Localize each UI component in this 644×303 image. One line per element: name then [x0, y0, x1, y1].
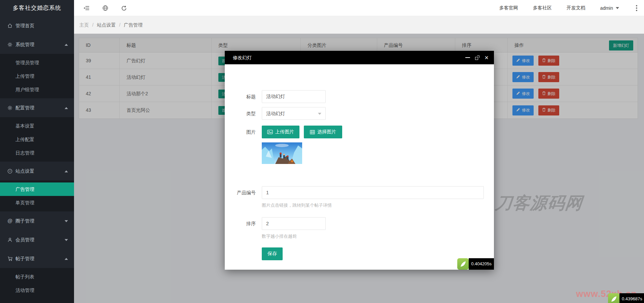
minimize-icon[interactable]: [465, 57, 470, 58]
breadcrumb-separator: /: [119, 22, 120, 28]
title-field-label: 标题: [225, 90, 256, 103]
modal-debug-time: 0.404205s: [469, 258, 494, 270]
sidebar-submenu: 管理员管理上传管理用户组管理: [0, 54, 74, 98]
topbar-links: 多客官网多客社区开发文档: [499, 5, 585, 11]
more-options-icon[interactable]: [636, 7, 637, 9]
type-select[interactable]: 活动幻灯: [262, 107, 326, 120]
thinkphp-logo-icon: [457, 258, 469, 270]
sidebar-submenu: 帖子列表活动管理: [0, 268, 74, 299]
breadcrumb-separator: /: [92, 22, 94, 28]
sidebar-subitem-3[interactable]: 上传管理: [0, 69, 74, 83]
sidebar-subitem-2[interactable]: 管理员管理: [0, 56, 74, 69]
choose-image-button[interactable]: 选择图片: [304, 126, 342, 138]
at-icon: @: [7, 211, 12, 230]
chevron-down-icon: [616, 7, 619, 9]
edit-slide-modal: 修改幻灯 × 标题 类型 活动幻灯 图片 上传图片 选择图片: [225, 51, 494, 270]
topbar: 多客官网多客社区开发文档 admin: [74, 0, 644, 16]
sidebar-subitem-8[interactable]: 日志管理: [0, 146, 74, 160]
user-menu[interactable]: admin: [600, 5, 619, 11]
image-field-label: 图片: [225, 126, 256, 138]
save-button[interactable]: 保存: [262, 247, 283, 260]
modal-title: 修改幻灯: [225, 51, 494, 64]
sidebar: 多客社交婚恋系统 管理首页系统管理管理员管理上传管理用户组管理配置管理基本设置上…: [0, 0, 74, 303]
sidebar-item-0[interactable]: 管理首页: [0, 16, 74, 35]
product-hint: 图片点击链接，跳转到某个帖子详情: [262, 202, 332, 208]
topbar-link[interactable]: 多客官网: [499, 5, 518, 11]
picture-icon: [267, 130, 273, 134]
page-debug-badge: 0.439687s: [608, 293, 644, 303]
sidebar-subitem-15[interactable]: 帖子列表: [0, 270, 74, 283]
sidebar-submenu: 广告管理单页管理: [0, 180, 74, 211]
title-input[interactable]: [262, 90, 326, 103]
page-debug-time: 0.439687s: [619, 293, 644, 303]
modal-controls: ×: [465, 51, 489, 64]
chevron-down-icon: [65, 220, 68, 222]
modal-body: 标题 类型 活动幻灯 图片 上传图片 选择图片: [225, 64, 494, 270]
chevron-down-icon: [318, 113, 321, 115]
sort-input[interactable]: [262, 217, 326, 230]
chevron-up-icon: [65, 170, 68, 172]
chevron-up-icon: [65, 107, 68, 109]
refresh-icon[interactable]: [121, 5, 127, 11]
sidebar-group-14[interactable]: 帖子管理: [0, 249, 74, 268]
gear-icon: [7, 35, 12, 54]
type-select-value: 活动幻灯: [266, 111, 285, 116]
sidebar-subitem-7[interactable]: 上传配置: [0, 133, 74, 146]
topbar-right: 多客官网多客社区开发文档 admin: [499, 0, 637, 16]
sidebar-subitem-6[interactable]: 基本设置: [0, 119, 74, 133]
breadcrumb-item[interactable]: 主页: [79, 22, 89, 28]
sidebar-menu: 管理首页系统管理管理员管理上传管理用户组管理配置管理基本设置上传配置日志管理站点…: [0, 16, 74, 303]
topbar-left: [83, 0, 127, 16]
product-field-label: 产品编号: [225, 186, 256, 199]
sidebar-subitem-10[interactable]: 广告管理: [0, 182, 74, 196]
modal-header: 修改幻灯 ×: [225, 51, 494, 64]
sidebar-group-5[interactable]: 配置管理: [0, 98, 74, 117]
type-field-label: 类型: [225, 107, 256, 120]
product-input[interactable]: [262, 186, 484, 199]
modal-debug-badge: 0.404205s: [457, 258, 494, 270]
cart-icon: [7, 249, 13, 268]
grid-icon: [310, 130, 315, 134]
chevron-down-icon: [65, 239, 68, 241]
sidebar-group-1[interactable]: 系统管理: [0, 35, 74, 54]
app-title: 多客社交婚恋系统: [0, 0, 74, 16]
breadcrumb: 主页/站点设置/广告管理: [74, 16, 644, 34]
chevron-up-icon: [65, 44, 68, 46]
sidebar-group-13[interactable]: 会员管理: [0, 230, 74, 249]
slide-image-preview[interactable]: [262, 142, 302, 164]
sidebar-group-9[interactable]: 站点设置: [0, 162, 74, 180]
close-icon[interactable]: ×: [485, 54, 489, 61]
collapse-menu-icon[interactable]: [83, 6, 90, 10]
breadcrumb-item[interactable]: 广告管理: [124, 22, 143, 28]
home-icon: [7, 16, 12, 35]
sidebar-subitem-16[interactable]: 活动管理: [0, 283, 74, 297]
chevron-up-icon: [65, 258, 68, 260]
site-icon: [7, 162, 12, 180]
sidebar-submenu: 基本设置上传配置日志管理: [0, 117, 74, 162]
gear-icon: [7, 98, 12, 117]
sort-field-label: 排序: [225, 217, 256, 230]
upload-image-button[interactable]: 上传图片: [262, 126, 299, 138]
site-watermark: 刀客源码网: [494, 192, 584, 214]
maximize-icon[interactable]: [475, 56, 479, 60]
sidebar-group-12[interactable]: @圈子管理: [0, 211, 74, 230]
topbar-link[interactable]: 多客社区: [533, 5, 552, 11]
sort-hint: 数字越小排在越前: [262, 233, 297, 239]
breadcrumb-item[interactable]: 站点设置: [97, 22, 116, 28]
thinkphp-logo-icon: [608, 293, 619, 303]
sidebar-subitem-4[interactable]: 用户组管理: [0, 83, 74, 96]
user-icon: [7, 230, 12, 249]
username: admin: [600, 5, 613, 11]
sidebar-subitem-11[interactable]: 单页管理: [0, 196, 74, 209]
topbar-link[interactable]: 开发文档: [567, 5, 585, 11]
sidebar-submenu-partial: [0, 299, 74, 303]
globe-icon[interactable]: [102, 5, 108, 11]
